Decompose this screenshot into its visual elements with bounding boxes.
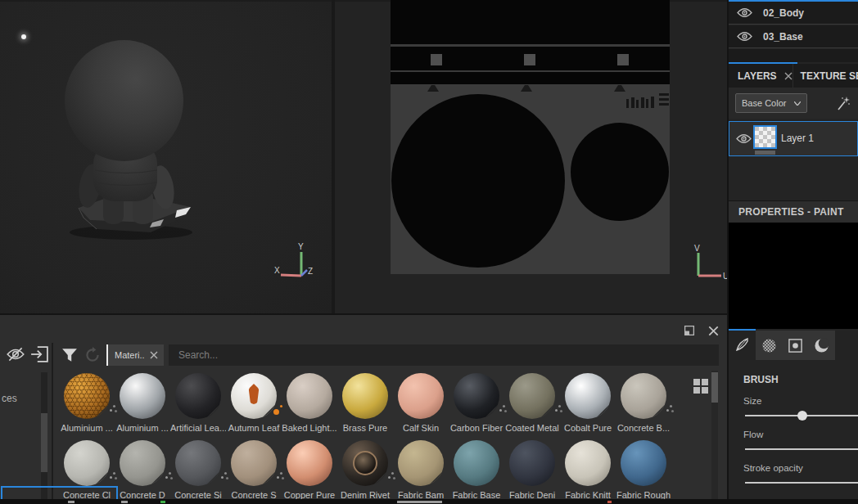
material-sphere-thumbnail xyxy=(565,440,611,486)
chevron-down-icon xyxy=(794,101,801,106)
material-tile[interactable]: Brass Pure xyxy=(337,373,393,433)
sidebar-item-truncated[interactable]: ces xyxy=(2,393,17,404)
material-tile[interactable]: Aluminium ... xyxy=(115,373,170,433)
eye-icon[interactable] xyxy=(736,133,752,144)
material-tile[interactable]: Calf Skin xyxy=(393,373,449,433)
material-tile[interactable]: Fabric Rough xyxy=(616,440,671,500)
taskbar-mark xyxy=(121,501,128,503)
material-tile[interactable]: Fabric Deni xyxy=(504,440,560,500)
material-sphere-thumbnail xyxy=(120,373,165,419)
leaf-overlay xyxy=(248,384,260,404)
material-tile[interactable]: Fabric Bam xyxy=(393,440,449,500)
taskbar-mark xyxy=(68,501,75,503)
uv-island-small xyxy=(631,97,634,108)
material-sphere-thumbnail xyxy=(175,440,221,486)
close-icon[interactable] xyxy=(784,72,793,80)
uv-island-small xyxy=(641,97,644,108)
material-badge xyxy=(110,476,112,479)
material-tile[interactable]: Fabric Knitt xyxy=(560,440,616,500)
material-name: Concrete B... xyxy=(616,423,671,433)
material-sphere-thumbnail xyxy=(120,440,165,486)
material-tile[interactable]: Denim Rivet xyxy=(337,440,393,500)
tab-material[interactable] xyxy=(808,331,834,360)
tab-alpha[interactable] xyxy=(756,331,782,360)
material-tile[interactable]: Copper Pure xyxy=(282,440,337,500)
viewport-3d[interactable]: X Y Z xyxy=(0,0,332,313)
material-tile[interactable]: Concrete B... xyxy=(616,373,671,433)
uv-island-strip xyxy=(391,0,670,44)
slider-handle[interactable] xyxy=(797,411,807,421)
axis-gizmo-3d[interactable]: X Y Z xyxy=(270,241,315,284)
uv-island-bump xyxy=(614,85,625,92)
material-row-2: Concrete Cl Concrete D Concrete Si Concr… xyxy=(59,440,671,500)
brush-flow-slider[interactable] xyxy=(745,448,858,450)
close-icon[interactable] xyxy=(150,351,158,359)
material-tile[interactable]: Fabric Base xyxy=(449,440,504,500)
texture-set-list-filler xyxy=(729,49,858,62)
layer-row-selected[interactable]: Layer 1 xyxy=(729,121,858,156)
texture-set-row-base[interactable]: 03_Base xyxy=(729,25,858,48)
layer-thumbnail[interactable] xyxy=(753,125,777,149)
material-tile[interactable]: Coated Metal xyxy=(504,373,560,433)
material-tile[interactable]: Aluminium ... xyxy=(59,373,115,433)
material-tile[interactable]: Cobalt Pure xyxy=(560,373,616,433)
filter-icon[interactable] xyxy=(61,346,79,364)
tab-layers[interactable]: LAYERS xyxy=(729,64,793,88)
tab-texture-set-settings[interactable]: TEXTURE SET xyxy=(793,64,858,88)
material-sphere-thumbnail xyxy=(565,373,611,419)
material-tile[interactable]: Concrete S xyxy=(226,440,282,500)
hide-resources-icon[interactable] xyxy=(5,345,26,363)
shelf-sidebar-divider xyxy=(52,343,53,504)
tab-brush[interactable] xyxy=(729,331,756,360)
axis-x-label: X xyxy=(274,266,280,275)
material-badge xyxy=(277,476,279,479)
texture-set-row-body[interactable]: 02_Body xyxy=(729,2,858,25)
panel-tab-bar: LAYERS TEXTURE SET xyxy=(729,64,858,88)
material-tile[interactable]: Concrete D xyxy=(115,440,170,500)
tab-stencil[interactable] xyxy=(782,331,808,360)
brush-stroke-opacity-slider[interactable] xyxy=(745,482,858,484)
brush-size-label: Size xyxy=(743,396,761,406)
layer-thumbnail-bar xyxy=(755,151,775,155)
eye-icon[interactable] xyxy=(737,31,752,42)
square-dot-icon xyxy=(788,338,803,353)
material-badge xyxy=(388,476,391,479)
shelf-scrollbar-thumb[interactable] xyxy=(711,372,718,403)
uv-island-small xyxy=(659,93,669,96)
honeycomb-overlay xyxy=(64,373,110,419)
material-sphere-thumbnail xyxy=(621,440,666,486)
uv-texture-canvas[interactable] xyxy=(391,0,670,274)
material-tile[interactable]: Artificial Lea... xyxy=(170,373,226,433)
float-panel-icon[interactable] xyxy=(683,324,696,337)
channel-toolbar: Base Color xyxy=(729,88,858,119)
uv-island-square xyxy=(617,54,629,65)
rivet-overlay xyxy=(353,451,377,475)
substance-painter-window: X Y Z V U xyxy=(0,0,858,504)
uv-island-square xyxy=(524,54,535,65)
shelf-tab-materials[interactable]: Materi.. xyxy=(106,344,164,366)
material-sphere-thumbnail xyxy=(621,373,666,419)
material-sphere-thumbnail xyxy=(398,373,444,419)
sidebar-scrollbar-thumb[interactable] xyxy=(41,413,47,472)
search-input[interactable] xyxy=(169,344,719,366)
material-tile[interactable]: Autumn Leaf xyxy=(226,373,282,433)
uv-island-small xyxy=(659,103,669,106)
material-tile[interactable]: Baked Light... xyxy=(282,373,337,433)
material-tile[interactable]: Concrete Si xyxy=(170,440,226,500)
material-badge xyxy=(666,409,669,412)
eye-icon[interactable] xyxy=(737,7,752,18)
channel-select[interactable]: Base Color xyxy=(735,93,807,113)
grid-view-icon[interactable] xyxy=(693,378,709,394)
refresh-icon[interactable] xyxy=(83,345,102,365)
brush-stroke-preview xyxy=(729,223,858,329)
axis-gizmo-uv: V U xyxy=(682,243,727,284)
wand-effects-icon[interactable] xyxy=(836,96,851,110)
brush-size-slider[interactable] xyxy=(745,415,858,416)
material-tile[interactable]: Carbon Fiber xyxy=(449,373,504,433)
material-name: Aluminium ... xyxy=(115,423,170,433)
brush-flow-label: Flow xyxy=(743,430,763,439)
import-resources-icon[interactable] xyxy=(29,345,49,363)
brush-icon xyxy=(734,337,751,353)
uv-island-small xyxy=(636,100,639,108)
close-shelf-icon[interactable] xyxy=(707,324,720,337)
